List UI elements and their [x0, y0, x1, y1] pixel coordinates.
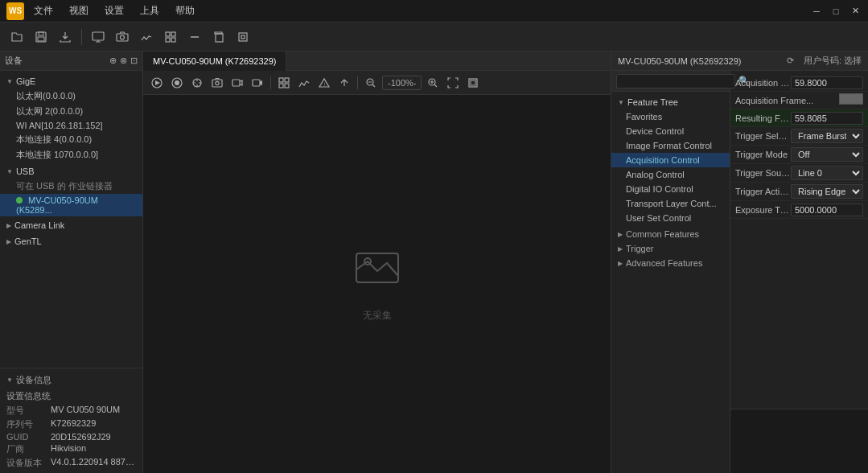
- fullscreen-button[interactable]: [464, 74, 482, 92]
- zoom-in-button[interactable]: [424, 74, 442, 92]
- search-box: 🔍: [611, 71, 730, 92]
- gige-child-4[interactable]: 本地连接 1070.0.0.0]: [0, 147, 142, 162]
- svg-rect-18: [212, 80, 222, 87]
- prop-row-5: Trigger Source Line 0: [730, 164, 868, 183]
- fit-button[interactable]: [444, 74, 462, 92]
- title-bar: WS 文件 视图 设置 上具 帮助 ─ □ ✕: [0, 0, 868, 23]
- copy-button[interactable]: [208, 27, 229, 47]
- feature-device-control[interactable]: Device Control: [611, 124, 730, 138]
- settings-button[interactable]: [232, 27, 253, 47]
- device-info-header[interactable]: ▼ 设备信息: [0, 372, 142, 389]
- feature-user-set[interactable]: User Set Control: [611, 211, 730, 225]
- feature-image-format[interactable]: Image Format Control: [611, 138, 730, 153]
- svg-rect-11: [239, 33, 247, 41]
- export-button[interactable]: [55, 27, 76, 47]
- video-button[interactable]: [228, 74, 246, 92]
- gige-child-2[interactable]: WI AN[10.26.181.152]: [0, 119, 142, 132]
- menu-file[interactable]: 文件: [31, 2, 56, 19]
- left-panel-icon-3[interactable]: ⊡: [130, 56, 138, 66]
- svg-rect-25: [285, 84, 289, 88]
- refresh-icon[interactable]: ⟳: [787, 56, 794, 65]
- chart-button[interactable]: [136, 27, 157, 47]
- info-value-model: MV CU050 90UM: [51, 405, 136, 417]
- zoom-out-button[interactable]: [362, 74, 380, 92]
- prop-row-2: Resulting Frame R... 59.8085: [730, 109, 868, 127]
- feature-tree-label: Feature Tree: [627, 97, 678, 107]
- play-button[interactable]: [148, 74, 166, 92]
- placeholder-icon: [353, 245, 401, 302]
- app-logo: WS: [6, 2, 24, 20]
- gige-child-3[interactable]: 本地连接 4(0.0.0.0): [0, 132, 142, 147]
- prop-name-3: Trigger Selector: [735, 131, 791, 141]
- image-placeholder: 无采集: [353, 245, 401, 323]
- graph-button[interactable]: [295, 74, 313, 92]
- menu-view[interactable]: 视图: [66, 2, 92, 19]
- minimize-button[interactable]: ─: [810, 5, 823, 18]
- menu-settings[interactable]: 设置: [101, 2, 127, 19]
- feature-analog-control[interactable]: Analog Control: [611, 167, 730, 182]
- prop-name-0: Acquisition Frame...: [735, 78, 791, 88]
- usb-group-title[interactable]: ▼ USB: [0, 164, 142, 179]
- minus-button[interactable]: [184, 27, 205, 47]
- zoom-display: -100%-: [382, 76, 422, 90]
- camera-link-title[interactable]: ▶ Camera Link: [0, 218, 142, 232]
- gige-child-0[interactable]: 以太网(0.0.0.0): [0, 88, 142, 104]
- center-panel: MV-CU050-90UM (K72692329): [143, 51, 611, 473]
- feature-tree-title[interactable]: ▼ Feature Tree: [611, 95, 730, 109]
- save-button[interactable]: [31, 27, 51, 47]
- snapshot-button[interactable]: [208, 74, 226, 92]
- feature-digital-io[interactable]: Digital IO Control: [611, 182, 730, 196]
- maximize-button[interactable]: □: [829, 5, 842, 18]
- open-button[interactable]: [6, 27, 27, 47]
- left-panel-icon-1[interactable]: ⊕: [109, 56, 117, 66]
- feature-acquisition-control[interactable]: Acquisition Control: [611, 153, 730, 167]
- common-features-expand-icon: ▶: [618, 231, 623, 238]
- camera-button[interactable]: [112, 27, 133, 47]
- gentl-title[interactable]: ▶ GenTL: [0, 234, 142, 249]
- prop-row-0: Acquisition Frame...: [730, 74, 868, 92]
- prop-select-5[interactable]: Line 0: [791, 166, 863, 180]
- info-label-guid: GUID: [6, 432, 51, 442]
- feature-favorites[interactable]: Favorites: [611, 109, 730, 124]
- menu-tools[interactable]: 上具: [137, 2, 162, 19]
- properties-list: Acquisition Frame... Acquisition Frame..…: [730, 71, 868, 409]
- center-tab-item[interactable]: MV-CU050-90UM (K72692329): [143, 51, 286, 71]
- grid-view-button[interactable]: [275, 74, 293, 92]
- prop-name-1: Acquisition Frame...: [735, 96, 839, 105]
- prop-name-7: Exposure Time: [735, 205, 791, 215]
- left-panel-icon-2[interactable]: ⊗: [120, 56, 127, 66]
- prop-value-0[interactable]: [791, 76, 863, 89]
- usb-active-device[interactable]: MV-CU050-90UM (K5289...: [0, 194, 142, 216]
- search-input[interactable]: [616, 74, 735, 88]
- close-button[interactable]: ✕: [849, 5, 862, 18]
- img-separator-1: [270, 76, 271, 89]
- prop-select-6[interactable]: Rising Edge: [791, 184, 863, 199]
- svg-rect-7: [171, 32, 175, 36]
- gige-child-1[interactable]: 以太网 2(0.0.0.0): [0, 104, 142, 119]
- grid-button[interactable]: [160, 27, 181, 47]
- up-button[interactable]: [335, 74, 353, 92]
- display-button[interactable]: [88, 27, 109, 47]
- feature-transport-layer[interactable]: Transport Layer Cont...: [611, 196, 730, 211]
- info-label-vendor: 厂商: [6, 443, 51, 455]
- gige-label: GigE: [16, 76, 35, 86]
- gige-group-title[interactable]: ▼ GigE: [0, 74, 142, 88]
- advanced-features-label: Advanced Features: [626, 258, 702, 268]
- trigger-group[interactable]: ▶ Trigger: [611, 241, 730, 256]
- record-video-button[interactable]: [249, 74, 266, 92]
- prop-name-6: Trigger Activation: [735, 187, 791, 196]
- svg-rect-10: [216, 34, 223, 42]
- advanced-features-group[interactable]: ▶ Advanced Features: [611, 256, 730, 270]
- menu-help[interactable]: 帮助: [172, 2, 198, 19]
- prop-select-3[interactable]: Frame Burst Star: [791, 129, 863, 143]
- prop-select-4[interactable]: Off: [791, 147, 863, 162]
- record-button[interactable]: [168, 74, 186, 92]
- info-row-serial: 序列号 K72692329: [0, 417, 142, 431]
- common-features-group[interactable]: ▶ Common Features: [611, 227, 730, 241]
- crosshair-button[interactable]: [188, 74, 206, 92]
- svg-rect-12: [241, 35, 245, 39]
- device-info-expand-icon: ▼: [6, 376, 13, 384]
- warning-button[interactable]: !: [315, 74, 333, 92]
- camera-link-expand-icon: ▶: [6, 222, 11, 229]
- prop-value-7[interactable]: [791, 204, 863, 216]
